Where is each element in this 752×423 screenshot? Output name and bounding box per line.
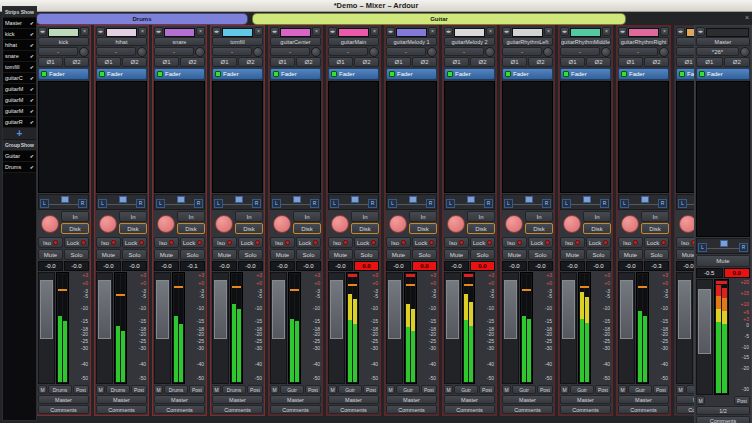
output-button[interactable]: Master [38, 395, 89, 404]
gain-display[interactable]: -0.0 [154, 261, 179, 271]
monitor-input-button[interactable]: In [61, 211, 89, 222]
group-button[interactable]: Drums [48, 385, 72, 394]
monitor-disk-button[interactable]: Disk [467, 223, 495, 234]
gain-display[interactable]: -0.0 [502, 261, 527, 271]
trim-knob[interactable] [543, 47, 553, 57]
solo-isolate-button[interactable]: Iso [328, 237, 353, 248]
gain-display[interactable]: -0.5 [696, 268, 723, 278]
pan-handle-icon[interactable] [409, 196, 417, 203]
peak-display[interactable]: -0.0 [528, 261, 553, 271]
processor-box[interactable] [96, 81, 147, 193]
narrow-toggle-button[interactable]: ◂▸ [96, 27, 105, 36]
gain-fader[interactable] [502, 272, 519, 384]
monitor-disk-button[interactable]: Disk [235, 223, 263, 234]
track-name-button[interactable]: kick [38, 37, 89, 46]
monitor-disk-button[interactable]: Disk [525, 223, 553, 234]
mute-button[interactable]: Mute [96, 249, 121, 260]
checkmark-icon[interactable]: ✔ [30, 20, 34, 26]
pan-handle-icon[interactable] [119, 196, 127, 203]
fader-processor-entry[interactable]: Fader [38, 68, 89, 80]
mute-button[interactable]: Mute [154, 249, 179, 260]
output-button[interactable]: Master [212, 395, 263, 404]
input-button[interactable]: - [502, 47, 542, 56]
phase-invert-1-button[interactable]: Ø1 [270, 57, 295, 67]
panner[interactable]: LR [96, 194, 147, 210]
gain-fader[interactable] [38, 272, 55, 384]
master-name-button[interactable]: Master [696, 37, 750, 46]
phase-invert-2-button[interactable]: Ø2 [122, 57, 147, 67]
meter-point-button[interactable]: Post [653, 385, 669, 394]
phase-invert-1-button[interactable]: Ø1 [560, 57, 585, 67]
metering-m-button[interactable]: M [560, 385, 569, 394]
output-button[interactable]: Master [154, 395, 205, 404]
meter-point-button[interactable]: Post [421, 385, 437, 394]
mute-button[interactable]: Mute [212, 249, 237, 260]
fader-processor-entry[interactable]: Fader [96, 68, 147, 80]
trim-knob[interactable] [601, 47, 611, 57]
sidebar-strip-row[interactable]: kick✔ [3, 29, 36, 40]
pan-handle-icon[interactable] [61, 196, 69, 203]
solo-lock-button[interactable]: Lock [470, 237, 495, 248]
panner[interactable]: LR [154, 194, 205, 210]
fader-processor-entry[interactable]: Fader [444, 68, 495, 80]
monitor-disk-button[interactable]: Disk [61, 223, 89, 234]
trim-knob[interactable] [79, 47, 89, 57]
processor-active-led[interactable] [621, 71, 627, 77]
fader-handle[interactable] [330, 280, 343, 339]
gain-display[interactable]: -0.0 [96, 261, 121, 271]
sidebar-strip-row[interactable]: hihat✔ [3, 40, 36, 51]
metering-m-button[interactable]: M [386, 385, 395, 394]
monitor-disk-button[interactable]: Disk [583, 223, 611, 234]
fader-processor-entry[interactable]: Fader [696, 68, 750, 80]
processor-box[interactable] [444, 81, 495, 193]
output-button[interactable]: Master [96, 395, 147, 404]
gain-display[interactable]: -0.0 [386, 261, 411, 271]
hide-strip-button[interactable]: × [80, 27, 89, 36]
solo-button[interactable]: Solo [238, 249, 263, 260]
track-color-swatch[interactable] [512, 28, 543, 37]
trim-knob[interactable] [740, 47, 750, 57]
gain-display[interactable]: -0.0 [328, 261, 353, 271]
mute-button[interactable]: Mute [696, 255, 750, 267]
group-tab-guitar[interactable]: Guitar [252, 13, 626, 25]
checkmark-icon[interactable]: ✔ [30, 64, 34, 70]
input-button[interactable]: - [560, 47, 600, 56]
phase-invert-1-button[interactable]: Ø1 [212, 57, 237, 67]
hide-strip-button[interactable]: × [660, 27, 669, 36]
narrow-toggle-button[interactable]: ◂▸ [676, 27, 685, 36]
solo-button[interactable]: Solo [470, 249, 495, 260]
input-button[interactable]: - [618, 47, 658, 56]
solo-isolate-button[interactable]: Iso [154, 237, 179, 248]
fader-handle[interactable] [40, 280, 53, 339]
record-arm-button[interactable] [563, 215, 581, 233]
record-arm-button[interactable] [273, 215, 291, 233]
phase-invert-1-button[interactable]: Ø1 [502, 57, 527, 67]
track-name-button[interactable]: tomfill [212, 37, 263, 46]
solo-isolate-button[interactable]: Iso [96, 237, 121, 248]
solo-button[interactable]: Solo [644, 249, 669, 260]
solo-lock-button[interactable]: Lock [644, 237, 669, 248]
output-button[interactable]: Master [270, 395, 321, 404]
monitor-input-button[interactable]: In [525, 211, 553, 222]
monitor-input-button[interactable]: In [641, 211, 669, 222]
fader-handle[interactable] [214, 280, 227, 339]
gain-display[interactable]: -0.0 [38, 261, 63, 271]
input-button[interactable]: - [328, 47, 368, 56]
track-color-swatch[interactable] [570, 28, 601, 37]
gain-display[interactable]: -0.0 [560, 261, 585, 271]
track-color-swatch[interactable] [48, 28, 79, 37]
monitor-input-button[interactable]: In [583, 211, 611, 222]
fader-handle[interactable] [698, 289, 711, 354]
pan-handle-icon[interactable] [293, 196, 301, 203]
trim-knob[interactable] [659, 47, 669, 57]
track-name-button[interactable]: guitarMain [328, 37, 379, 46]
hide-strip-button[interactable]: × [602, 27, 611, 36]
fader-handle[interactable] [98, 280, 111, 339]
meter-point-button[interactable]: Post [479, 385, 495, 394]
fader-processor-entry[interactable]: Fader [560, 68, 611, 80]
phase-invert-1-button[interactable]: Ø1 [618, 57, 643, 67]
panner[interactable]: LR [386, 194, 437, 210]
record-arm-button[interactable] [99, 215, 117, 233]
phase-invert-2-button[interactable]: Ø2 [644, 57, 669, 67]
monitor-input-button[interactable]: In [351, 211, 379, 222]
